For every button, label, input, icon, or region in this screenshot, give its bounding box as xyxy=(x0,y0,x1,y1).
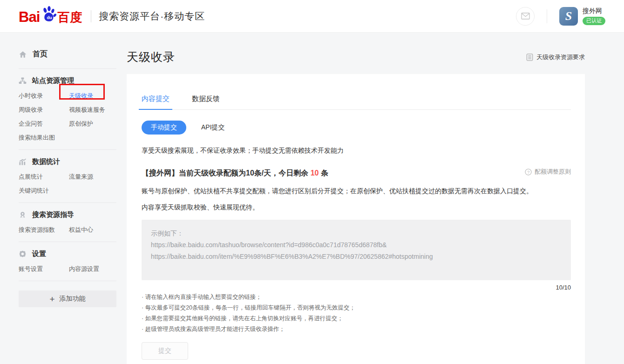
note-line: · 每次最多可提交20条链接，每条一行，链接用回车键隔开，否则将视为无效提交； xyxy=(142,303,571,313)
note-line: · 超级管理员或搜索高级管理员才能进行天级收录操作； xyxy=(142,324,571,335)
sidebar-item-home[interactable]: 首页 xyxy=(19,41,116,68)
sidebar-item-traffic-source[interactable]: 流量来源 xyxy=(69,170,116,184)
top-header: Bai du 百度 搜索资源平台·移动专区 xyxy=(0,0,624,33)
resource-requirements-label: 天级收录资源要求 xyxy=(536,53,585,61)
sidebar-item-weekly-inclusion[interactable]: 周级收录 xyxy=(19,103,69,117)
section-settings: 设置 账号设置 内容源设置 xyxy=(19,242,116,281)
main-content: 天级收录 天级收录资源要求 内容提交 数据反馈 手动提交 xyxy=(127,33,624,364)
mail-icon xyxy=(521,13,530,20)
placeholder-line: 示例如下： xyxy=(151,228,562,239)
sitemap-icon xyxy=(19,77,27,85)
section-search-guidance: 搜索资源指导 搜索资源指数 权益中心 xyxy=(19,203,116,242)
quota-counter: 10/10 xyxy=(142,284,571,291)
sidebar-item-keyword-stats[interactable]: 关键词统计 xyxy=(19,184,116,198)
document-icon xyxy=(526,54,533,61)
tab-content-submit[interactable]: 内容提交 xyxy=(142,94,170,109)
sidebar-item-resource-index[interactable]: 搜索资源指数 xyxy=(19,223,69,237)
home-icon xyxy=(19,50,27,59)
sidebar-item-video-express[interactable]: 视频极速服务 xyxy=(69,103,116,117)
placeholder-line: https://baike.baidu.com/tashuo/browse/co… xyxy=(151,239,562,251)
section-site-resource: 站点资源管理 小时收录 天级收录 周级收录 视频极速服务 企业问答 原创保护 搜… xyxy=(19,69,116,149)
quota-remaining-value: 10 xyxy=(311,169,319,177)
submission-notes: · 请在输入框内直接手动输入想要提交的链接； · 每次最多可提交20条链接，每条… xyxy=(142,292,571,335)
baidu-logo[interactable]: Bai du 百度 xyxy=(19,8,82,24)
sidebar-divider xyxy=(19,281,116,281)
tab-data-feedback[interactable]: 数据反馈 xyxy=(192,94,220,109)
product-title: 搜索资源平台·移动专区 xyxy=(99,10,205,23)
resource-requirements-link[interactable]: 天级收录资源要求 xyxy=(526,53,585,61)
add-function-button[interactable]: + 添加功能 xyxy=(19,290,116,307)
baidu-logo-text: Bai xyxy=(19,10,40,24)
url-input[interactable]: 示例如下： https://baike.baidu.com/tashuo/bro… xyxy=(142,220,571,280)
submit-button[interactable]: 提交 xyxy=(142,342,188,360)
mode-description: 享受天级搜索展现，不保证收录效果；手动提交无需依赖技术开发能力 xyxy=(142,147,571,155)
section-title: 搜索资源指导 xyxy=(32,210,74,219)
question-circle-icon: ? xyxy=(525,169,532,175)
user-name: 搜外网 xyxy=(583,7,605,15)
sidebar-item-daily-inclusion[interactable]: 天级收录 xyxy=(69,89,116,103)
baidu-logo-cn: 百度 xyxy=(57,11,82,24)
note-line: · 如果您需要提交其他账号的链接，请先在右上角切换对应账号，再进行提交； xyxy=(142,313,571,324)
sidebar: 首页 站点资源管理 小时收录 天级收录 周级收录 视频极速服 xyxy=(0,33,127,364)
sidebar-item-rights-center[interactable]: 权益中心 xyxy=(69,223,116,237)
verified-badge: 已认证 xyxy=(583,17,605,25)
messages-button[interactable] xyxy=(516,7,535,26)
logo-divider xyxy=(91,10,91,22)
quota-adjustment-label: 配额调整原则 xyxy=(535,168,571,176)
page-title: 天级收录 xyxy=(127,49,175,65)
sidebar-item-content-source-settings[interactable]: 内容源设置 xyxy=(69,262,116,276)
sidebar-item-hourly-inclusion[interactable]: 小时收录 xyxy=(19,89,69,103)
gear-icon xyxy=(19,250,27,258)
avatar[interactable]: S xyxy=(559,7,578,26)
header-divider xyxy=(547,9,547,23)
add-function-label: 添加功能 xyxy=(60,295,86,303)
user-menu[interactable]: 搜外网 已认证 xyxy=(583,7,605,25)
note-line: · 请在输入框内直接手动输入想要提交的链接； xyxy=(142,292,571,303)
sidebar-item-account-settings[interactable]: 账号设置 xyxy=(19,262,69,276)
sidebar-item-original-protection[interactable]: 原创保护 xyxy=(69,117,116,131)
quota-adjustment-link[interactable]: ? 配额调整原则 xyxy=(525,168,571,176)
sidebar-item-impression-stats[interactable]: 点展统计 xyxy=(19,170,69,184)
plus-icon: + xyxy=(49,295,54,303)
section-data-statistics: 数据统计 点展统计 流量来源 关键词统计 xyxy=(19,150,116,202)
sidebar-item-search-result-image[interactable]: 搜索结果出图 xyxy=(19,131,116,145)
medal-icon xyxy=(19,211,27,219)
section-title: 站点资源管理 xyxy=(32,76,74,85)
section-title: 数据统计 xyxy=(32,157,60,166)
baidu-paw-icon: du xyxy=(40,6,57,22)
quota-paragraph: 账号与原创保护、优站扶植不共享提交配额，请您进行区别后分开提交；在原创保护、优站… xyxy=(142,184,571,198)
tab-bar: 内容提交 数据反馈 xyxy=(142,94,571,110)
svg-text:?: ? xyxy=(527,169,529,174)
benefit-paragraph: 内容享受天级抓取校验、快速展现优待。 xyxy=(142,200,571,214)
sidebar-item-enterprise-qa[interactable]: 企业问答 xyxy=(19,117,69,131)
section-title: 设置 xyxy=(32,249,46,258)
content-card: 内容提交 数据反馈 手动提交 API提交 享受天级搜索展现，不保证收录效果；手动… xyxy=(127,74,585,364)
svg-text:du: du xyxy=(47,15,53,20)
api-submit-mode-button[interactable]: API提交 xyxy=(201,123,225,132)
manual-submit-mode-button[interactable]: 手动提交 xyxy=(142,121,186,135)
bar-chart-icon xyxy=(19,158,27,166)
sidebar-home-label: 首页 xyxy=(33,49,47,59)
quota-statement: 【搜外网】当前天级收录配额为10条/天，今日剩余 10 条 xyxy=(142,169,328,178)
placeholder-line: https://baike.baidu.com/item/%E9%98%BF%E… xyxy=(151,251,562,263)
